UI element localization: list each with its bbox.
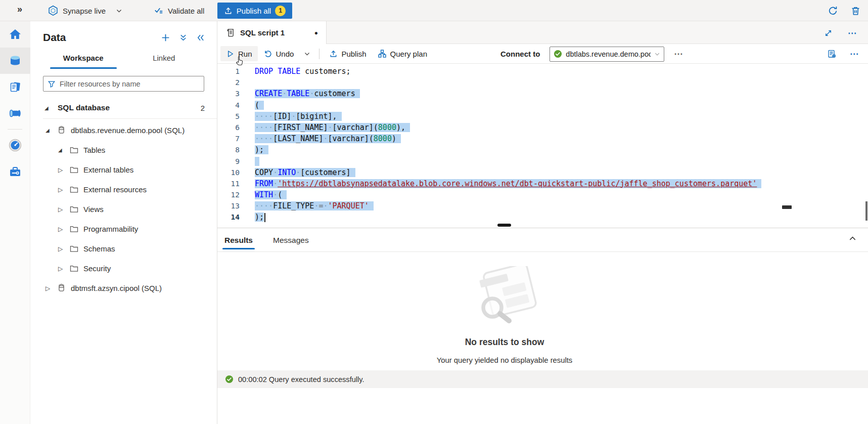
code-text[interactable]: COPY·INTO·[customers]	[255, 167, 355, 178]
chevron-collapsed-icon[interactable]: ▷	[45, 285, 54, 292]
nav-manage[interactable]	[0, 158, 30, 185]
script-properties-icon[interactable]	[827, 49, 837, 59]
query-plan-button[interactable]: Query plan	[372, 46, 433, 61]
empty-results-title: No results to show	[429, 337, 580, 348]
chevron-collapsed-icon[interactable]: ▷	[58, 186, 66, 193]
code-text[interactable]: FROM·'https://dbtlabsynapsedatalake.blob…	[255, 178, 761, 189]
code-line[interactable]: 9	[217, 156, 868, 167]
tree-item-label: Programmability	[83, 225, 138, 233]
code-text[interactable]: ····[LAST_NAME]·[varchar](8000)	[255, 133, 401, 144]
tree-item[interactable]: ▷External resources	[30, 180, 217, 199]
code-line[interactable]: 5····[ID]·[bigint],	[217, 111, 868, 122]
code-text[interactable]: ····FILE_TYPE·=·'PARQUET'	[255, 200, 374, 211]
collapse-all-icon[interactable]	[179, 33, 188, 42]
tree-item[interactable]: ▷Security	[30, 259, 217, 278]
toolbar-divider	[319, 49, 319, 59]
code-line[interactable]: 1DROP TABLE customers;	[217, 66, 868, 77]
expand-editor-icon[interactable]	[824, 29, 833, 37]
tab-results[interactable]: Results	[222, 236, 255, 251]
chevron-collapsed-icon[interactable]: ▷	[58, 166, 66, 174]
tree-item[interactable]: ▷dbtmsft.azsyn.cipool (SQL)	[30, 278, 217, 298]
collapse-panel-icon[interactable]	[196, 33, 205, 42]
chevron-expanded-icon[interactable]: ◢	[44, 105, 53, 111]
publish-button[interactable]: Publish	[324, 46, 372, 61]
code-text[interactable]: );	[255, 144, 268, 155]
tab-messages[interactable]: Messages	[271, 236, 311, 251]
code-line[interactable]: 10COPY·INTO·[customers]	[217, 167, 868, 178]
code-line[interactable]: 11FROM·'https://dbtlabsynapsedatalake.bl…	[217, 178, 868, 189]
selection: (	[255, 101, 264, 110]
code-text[interactable]: WITH·(	[255, 189, 287, 200]
refresh-icon[interactable]	[828, 6, 838, 16]
chevron-collapsed-icon[interactable]: ▷	[58, 265, 66, 272]
code-line[interactable]: 3CREATE·TABLE·customers	[217, 88, 868, 99]
code-line[interactable]: 13····FILE_TYPE·=·'PARQUET'	[217, 200, 868, 211]
run-button[interactable]: Run	[220, 46, 258, 61]
folder-icon	[69, 185, 79, 194]
tree-item[interactable]: ◢Tables	[30, 140, 217, 160]
scrollbar-marker[interactable]	[782, 205, 792, 209]
folder-icon	[69, 204, 79, 214]
code-text[interactable]: DROP TABLE customers;	[255, 66, 351, 77]
code-text[interactable]: (	[255, 100, 264, 111]
discard-all-icon[interactable]	[850, 6, 861, 16]
code-text[interactable]: );	[255, 211, 265, 223]
validate-all-button[interactable]: Validate all	[154, 0, 204, 21]
tree-item[interactable]: ▷Views	[30, 199, 217, 219]
code-text[interactable]: CREATE·TABLE·customers	[255, 88, 360, 99]
chevron-expanded-icon[interactable]: ◢	[58, 147, 66, 153]
chevron-collapsed-icon[interactable]: ▷	[58, 206, 66, 213]
selection: WITH·(	[255, 190, 287, 199]
tree-root-sql-database[interactable]: ◢ SQL database 2	[30, 100, 217, 116]
publish-all-button[interactable]: Publish all 1	[217, 3, 292, 19]
tree-item[interactable]: ▷Programmability	[30, 219, 217, 239]
undo-dropdown-icon[interactable]	[299, 51, 315, 57]
code-line[interactable]: 7····[LAST_NAME]·[varchar](8000)	[217, 133, 868, 144]
filter-input[interactable]	[60, 80, 200, 88]
sql-code-editor[interactable]: 1DROP TABLE customers;23CREATE·TABLE·cus…	[217, 64, 868, 225]
tree-item[interactable]: ▷External tables	[30, 160, 217, 180]
code-line[interactable]: 2	[217, 77, 868, 88]
tab-workspace[interactable]: Workspace	[43, 50, 124, 69]
line-number: 6	[217, 122, 240, 133]
tab-linked[interactable]: Linked	[124, 50, 205, 69]
publish-icon	[329, 50, 338, 58]
line-number: 2	[217, 77, 240, 88]
chevron-expanded-icon[interactable]: ◢	[45, 128, 54, 133]
tab-sql-script-1[interactable]: SQL script 1 ●	[217, 21, 327, 44]
code-text[interactable]	[255, 156, 259, 167]
nav-data[interactable]	[0, 48, 30, 74]
filter-box[interactable]	[43, 76, 204, 92]
code-text[interactable]: ····[FIRST_NAME]·[varchar](8000),	[255, 122, 410, 133]
results-tabs: Results Messages	[217, 228, 868, 252]
pool-dropdown[interactable]: dbtlabs.revenue.demo.pool	[550, 47, 664, 62]
nav-integrate[interactable]	[0, 100, 30, 126]
code-text[interactable]: ····[ID]·[bigint],	[255, 111, 342, 122]
tree-item[interactable]: ▷Schemas	[30, 239, 217, 259]
unsaved-dot-icon: ●	[314, 29, 318, 36]
collapse-results-icon[interactable]	[848, 234, 857, 243]
tree-root-label: SQL database	[58, 103, 110, 112]
toolbar-right-more-icon[interactable]: ⋯	[850, 49, 859, 59]
nav-develop[interactable]	[0, 74, 30, 100]
code-line[interactable]: 12WITH·(	[217, 189, 868, 200]
nav-home[interactable]	[0, 21, 30, 48]
code-line[interactable]: 4(	[217, 100, 868, 111]
chevron-collapsed-icon[interactable]: ▷	[58, 226, 66, 233]
database-icon	[8, 54, 22, 68]
double-chevron-right-icon[interactable]: »	[17, 4, 22, 15]
data-panel: Data Workspace Linked	[30, 21, 217, 424]
editor-area: SQL script 1 ● ⋯ Run Undo	[217, 21, 868, 424]
tree-item[interactable]: ◢dbtlabs.revenue.demo.pool (SQL)	[30, 120, 217, 140]
code-line[interactable]: 14);	[217, 211, 868, 223]
panel-resize-handle[interactable]	[497, 224, 511, 227]
tab-more-icon[interactable]: ⋯	[848, 28, 857, 38]
mode-selector-button[interactable]: Synapse live	[48, 0, 122, 21]
chevron-collapsed-icon[interactable]: ▷	[58, 245, 66, 252]
nav-monitor[interactable]	[0, 132, 30, 158]
add-resource-icon[interactable]	[161, 33, 170, 43]
code-line[interactable]: 6····[FIRST_NAME]·[varchar](8000),	[217, 122, 868, 133]
code-line[interactable]: 8);	[217, 144, 868, 155]
undo-button[interactable]: Undo	[258, 46, 300, 61]
toolbar-more-icon[interactable]: ⋯	[674, 49, 683, 59]
